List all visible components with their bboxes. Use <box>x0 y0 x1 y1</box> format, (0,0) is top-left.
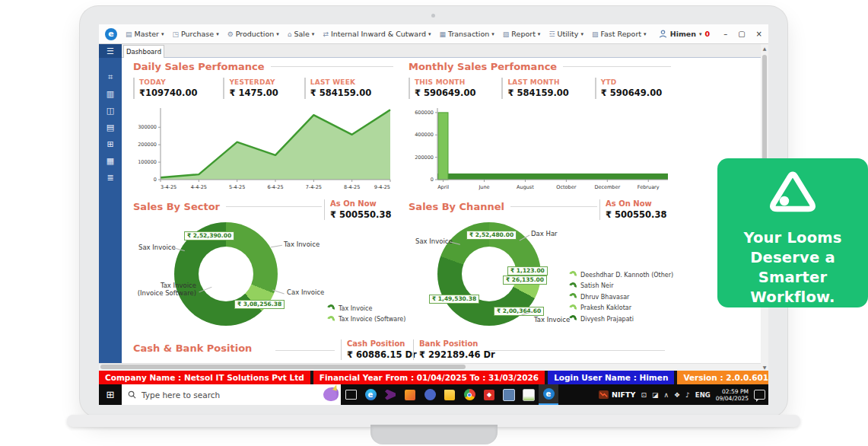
monthly-section-header: Monthly Sales Perfomance <box>409 61 671 72</box>
menu-transaction[interactable]: ▦ Transaction ▾ <box>439 30 494 38</box>
channel-value-tag-right2: ₹ 26,135.00 <box>503 276 547 285</box>
menu-utility[interactable]: ☲ Utility ▾ <box>548 30 583 38</box>
menu-fast-report[interactable]: ▨ Fast Report ▾ <box>592 30 647 38</box>
visual-studio-icon[interactable] <box>380 384 400 405</box>
sidebar-menu-button[interactable]: ☰ <box>99 44 122 58</box>
tray-security-icon[interactable]: ❖ <box>674 391 680 399</box>
search-placeholder: Type here to search <box>141 390 220 400</box>
promo-card: Your Looms Deserve a Smarter Workflow. <box>717 158 868 307</box>
menu-purchase[interactable]: ◳ Purchase ▾ <box>172 30 218 38</box>
sidebar-invoice-icon[interactable]: ▦ <box>99 152 122 169</box>
teams-icon[interactable] <box>420 384 440 405</box>
svg-text:7-4-25: 7-4-25 <box>306 184 322 190</box>
maximize-button[interactable]: ▢ <box>738 30 745 38</box>
divider <box>488 350 665 351</box>
channel-value-tag-left: ₹ 1,49,530.38 <box>429 295 479 304</box>
daily-stats: TODAY₹109740.00 YESTERDAY₹ 1475.00 LAST … <box>133 78 371 99</box>
svg-text:300000: 300000 <box>138 124 157 130</box>
divider <box>275 350 335 351</box>
sector-callout-invoice-software: Tax Invoice(Invoice Software) <box>113 282 196 297</box>
file-explorer-icon[interactable] <box>440 384 459 405</box>
sidebar-display-icon[interactable]: ⌗ <box>99 68 122 85</box>
legend-swatch <box>568 291 577 301</box>
stat-yesterday: YESTERDAY₹ 1475.00 <box>223 78 278 99</box>
stat-ytd: YTD₹ 590649.00 <box>595 78 662 99</box>
action-center-icon[interactable] <box>754 390 765 400</box>
sidebar-notes-icon[interactable]: ≣ <box>99 169 122 186</box>
tab-dashboard[interactable]: Dashboard <box>123 45 164 58</box>
divider <box>271 66 393 67</box>
menu-sale[interactable]: ⌂ Sale ▾ <box>288 30 315 38</box>
svg-text:October: October <box>556 184 576 190</box>
channel-title: Sales By Channel <box>409 201 504 212</box>
menu-label: Purchase <box>181 30 214 38</box>
taskbar-search[interactable]: Type here to search <box>122 384 341 405</box>
user-menu[interactable]: Himen ▾ 0 <box>659 30 710 38</box>
svg-text:February: February <box>637 184 660 190</box>
taskbar-clock[interactable]: 02:59 PM 09/04/2025 <box>716 388 749 402</box>
brand-triangle-logo <box>768 170 817 215</box>
photos-icon[interactable] <box>400 384 420 405</box>
fast-report-icon: ▨ <box>592 30 599 38</box>
adobe-icon[interactable]: ◆ <box>479 384 499 405</box>
stock-down-icon <box>599 390 609 399</box>
tray-show-hidden-icon[interactable]: ∧ <box>663 391 669 399</box>
tray-volume-icon[interactable]: ♪ <box>685 391 690 399</box>
menu-master[interactable]: ▤ Master ▾ <box>126 30 164 38</box>
monthly-stats: THIS MONTH₹ 590649.00 LAST MONTH₹ 584159… <box>409 78 662 99</box>
active-app-icon[interactable]: e <box>539 384 558 405</box>
menu-label: Fast Report <box>600 30 641 38</box>
start-button[interactable]: ⊞ <box>99 384 122 405</box>
menu-production[interactable]: ⚙ Production ▾ <box>227 30 279 38</box>
svg-text:June: June <box>478 184 489 190</box>
edge-icon[interactable]: e <box>361 384 380 405</box>
legend-item: Tax Invoice (Software) <box>327 316 405 323</box>
scroll-up-arrow[interactable]: ▲ <box>761 44 768 52</box>
tray-app-icon[interactable]: ◪ <box>652 391 659 399</box>
sector-legend: Tax Invoice Tax Invoice (Software) <box>327 304 405 327</box>
network-computers-icon[interactable] <box>499 384 519 405</box>
legend-item: Divyesh Prajapati <box>569 315 673 323</box>
sidebar-cart-icon[interactable]: ⊞ <box>99 135 122 152</box>
inward-outward-icon: ⇄ <box>323 30 329 38</box>
sector-callout-sax: Sax Invoice <box>138 244 176 251</box>
menu-bar: e ▤ Master ▾ ◳ Purchase ▾ ⚙ Production ▾… <box>99 24 768 44</box>
legend-swatch <box>568 303 577 313</box>
scroll-down-arrow[interactable]: ▼ <box>761 363 768 371</box>
hamburger-icon: ☰ <box>107 46 114 56</box>
sidebar-chart-icon[interactable]: ▥ <box>99 85 122 102</box>
daily-section-header: Daily Sales Perfomance <box>133 61 393 72</box>
caret-down-icon: ▾ <box>276 31 279 37</box>
legend-item: Prakesh Kaklotar <box>569 304 673 312</box>
menu-label: Internal Inward & Cutward <box>331 30 426 38</box>
menu-report[interactable]: ▧ Report ▾ <box>503 30 541 38</box>
status-version: Version : 2.0.0.601 <box>677 371 768 384</box>
sector-as-on-now: As On Now₹ 500550.38 <box>324 199 391 220</box>
tray-display-icon[interactable]: ⊡ <box>641 391 647 399</box>
sidebar-contacts-icon[interactable]: ◫ <box>99 102 122 119</box>
minimize-button[interactable]: – <box>723 30 727 38</box>
horizontal-scroll-thumb[interactable] <box>100 365 466 369</box>
status-bar: Company Name : Netsol IT Solutions Pvt L… <box>99 371 768 384</box>
chrome-icon[interactable] <box>459 384 479 405</box>
legend-swatch <box>568 269 577 279</box>
sector-title: Sales By Sector <box>133 201 220 212</box>
legend-item: Deeshdhar D. Kannoth (Other) <box>569 271 673 279</box>
svg-text:200000: 200000 <box>138 142 157 148</box>
nifty-widget[interactable]: NIFTY <box>599 390 635 399</box>
channel-callout-dax: Dax Har <box>531 230 558 237</box>
sidebar-ledger-icon[interactable]: ▤ <box>99 119 122 135</box>
svg-text:4-4-25: 4-4-25 <box>191 184 207 190</box>
laptop-hinge-notch <box>370 425 498 444</box>
caret-down-icon: ▾ <box>699 31 702 37</box>
channel-value-tag-top: ₹ 2,52,480.00 <box>466 231 517 240</box>
svg-text:600000: 600000 <box>415 110 434 116</box>
close-button[interactable]: × <box>756 30 762 38</box>
svg-text:December: December <box>594 184 620 190</box>
notepad-icon[interactable] <box>519 384 539 405</box>
menu-internal-inward-outward[interactable]: ⇄ Internal Inward & Cutward ▾ <box>323 30 431 38</box>
language-indicator[interactable]: ENG <box>695 391 711 399</box>
monthly-title: Monthly Sales Perfomance <box>409 61 557 72</box>
legend-item: Tax Invoice <box>327 304 405 312</box>
task-view-button[interactable] <box>341 384 361 405</box>
